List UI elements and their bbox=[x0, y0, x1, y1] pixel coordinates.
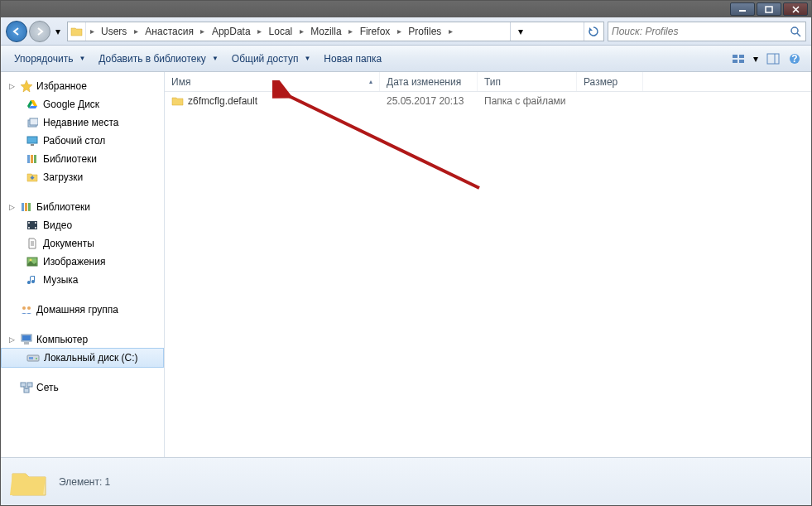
favorites-label: Избранное bbox=[36, 80, 87, 92]
desktop-icon bbox=[26, 134, 39, 147]
nav-item-label: Документы bbox=[43, 238, 94, 249]
chevron-down-icon: ▼ bbox=[212, 55, 219, 62]
svg-point-25 bbox=[35, 222, 36, 224]
navigation-pane: ▷Избранное Google Диск Недавние места Ра… bbox=[1, 72, 165, 457]
svg-point-39 bbox=[36, 358, 37, 359]
crumb-users[interactable]: Users bbox=[98, 22, 130, 41]
crumb-mozilla[interactable]: Mozilla bbox=[307, 22, 344, 41]
include-library-button[interactable]: Добавить в библиотеку▼ bbox=[92, 51, 224, 67]
organize-button[interactable]: Упорядочить▼ bbox=[7, 51, 92, 67]
sidebar-item-gdrive[interactable]: Google Диск bbox=[1, 95, 164, 113]
command-bar: Упорядочить▼ Добавить в библиотеку▼ Общи… bbox=[1, 46, 811, 72]
sidebar-item-desktop[interactable]: Рабочий стол bbox=[1, 132, 164, 150]
crumb-local[interactable]: Local bbox=[266, 22, 296, 41]
computer-label: Компьютер bbox=[36, 334, 88, 345]
nav-item-label: Библиотеки bbox=[43, 153, 97, 165]
folder-large-icon bbox=[9, 462, 49, 502]
nav-bar: ▾ ▸ Users▸ Анастасия▸ AppData▸ Local▸ Mo… bbox=[1, 17, 811, 46]
expand-icon[interactable]: ▷ bbox=[7, 203, 17, 212]
list-item[interactable]: z6fmcflg.default 25.05.2017 20:13 Папка … bbox=[165, 92, 811, 110]
svg-text:?: ? bbox=[791, 53, 797, 65]
svg-point-23 bbox=[28, 222, 30, 224]
nav-item-label: Локальный диск (C:) bbox=[44, 352, 138, 364]
sidebar-item-libraries-fav[interactable]: Библиотеки bbox=[1, 150, 164, 168]
help-button[interactable]: ? bbox=[785, 50, 805, 68]
column-name[interactable]: Имя bbox=[165, 72, 380, 91]
crumb-sep-icon[interactable]: ▸ bbox=[444, 22, 456, 41]
details-pane: Элемент: 1 bbox=[1, 457, 811, 505]
expand-icon[interactable]: ▷ bbox=[7, 335, 17, 345]
search-input[interactable] bbox=[612, 26, 789, 37]
svg-rect-15 bbox=[31, 144, 34, 146]
sidebar-item-downloads[interactable]: Загрузки bbox=[1, 168, 164, 186]
svg-rect-17 bbox=[31, 155, 33, 163]
computer-header[interactable]: ▷Компьютер bbox=[1, 330, 164, 349]
nav-item-label: Недавние места bbox=[43, 117, 118, 128]
sidebar-item-local-disk-c[interactable]: Локальный диск (C:) bbox=[1, 348, 164, 368]
view-dropdown[interactable]: ▾ bbox=[750, 50, 762, 68]
titlebar bbox=[1, 1, 811, 17]
column-size[interactable]: Размер bbox=[577, 72, 643, 91]
view-button[interactable] bbox=[728, 50, 748, 68]
refresh-button[interactable] bbox=[584, 22, 603, 41]
crumb-appdata[interactable]: AppData bbox=[209, 22, 254, 41]
network-label: Сеть bbox=[36, 382, 59, 393]
svg-rect-7 bbox=[739, 60, 744, 63]
column-date[interactable]: Дата изменения bbox=[380, 72, 478, 91]
column-headers: Имя Дата изменения Тип Размер bbox=[165, 72, 811, 92]
crumb-user[interactable]: Анастасия bbox=[142, 22, 197, 41]
search-icon[interactable] bbox=[789, 25, 802, 38]
svg-line-3 bbox=[797, 33, 800, 36]
svg-point-2 bbox=[791, 27, 798, 34]
column-type[interactable]: Тип bbox=[478, 72, 577, 91]
addr-dropdown-button[interactable]: ▾ bbox=[510, 22, 530, 41]
sidebar-item-videos[interactable]: Видео bbox=[1, 216, 164, 234]
folder-icon bbox=[171, 94, 185, 108]
recent-dropdown[interactable]: ▾ bbox=[52, 23, 64, 40]
sidebar-item-pictures[interactable]: Изображения bbox=[1, 253, 164, 271]
organize-label: Упорядочить bbox=[14, 53, 73, 65]
network-header[interactable]: ▷Сеть bbox=[1, 378, 164, 397]
libraries-label: Библиотеки bbox=[36, 201, 90, 213]
file-list[interactable]: z6fmcflg.default 25.05.2017 20:13 Папка … bbox=[165, 92, 811, 457]
crumb-sep-icon[interactable]: ▸ bbox=[130, 22, 142, 41]
preview-pane-button[interactable] bbox=[763, 50, 783, 68]
svg-rect-21 bbox=[28, 203, 31, 211]
svg-rect-40 bbox=[21, 383, 26, 387]
explorer-window: ▾ ▸ Users▸ Анастасия▸ AppData▸ Local▸ Mo… bbox=[0, 0, 812, 506]
drive-icon bbox=[26, 351, 40, 364]
svg-rect-16 bbox=[27, 155, 30, 163]
file-date: 25.05.2017 20:13 bbox=[380, 95, 478, 107]
search-box[interactable] bbox=[608, 22, 806, 41]
homegroup-header[interactable]: ▷Домашняя группа bbox=[1, 301, 164, 319]
favorites-header[interactable]: ▷Избранное bbox=[1, 77, 164, 95]
folder-root-icon[interactable] bbox=[68, 22, 86, 41]
sidebar-item-documents[interactable]: Документы bbox=[1, 234, 164, 253]
crumb-sep-icon[interactable]: ▸ bbox=[393, 22, 405, 41]
file-type: Папка с файлами bbox=[478, 95, 577, 107]
chevron-down-icon: ▼ bbox=[304, 55, 310, 62]
address-bar[interactable]: ▸ Users▸ Анастасия▸ AppData▸ Local▸ Mozi… bbox=[67, 22, 604, 41]
picture-icon bbox=[26, 255, 39, 268]
crumb-sep-icon[interactable]: ▸ bbox=[345, 22, 357, 41]
crumb-sep-icon[interactable]: ▸ bbox=[254, 22, 266, 41]
share-button[interactable]: Общий доступ▼ bbox=[225, 51, 318, 67]
back-button[interactable] bbox=[6, 21, 27, 42]
maximize-button[interactable] bbox=[757, 2, 781, 16]
libraries-header[interactable]: ▷Библиотеки bbox=[1, 198, 164, 216]
computer-icon bbox=[20, 333, 33, 346]
expand-icon[interactable]: ▷ bbox=[7, 82, 17, 91]
svg-rect-38 bbox=[29, 357, 33, 359]
minimize-button[interactable] bbox=[730, 2, 755, 16]
close-button[interactable] bbox=[783, 2, 808, 16]
crumb-sep-icon[interactable]: ▸ bbox=[295, 22, 307, 41]
libraries-icon bbox=[20, 200, 33, 214]
new-folder-button[interactable]: Новая папка bbox=[317, 51, 388, 67]
sidebar-item-recent[interactable]: Недавние места bbox=[1, 113, 164, 132]
crumb-firefox[interactable]: Firefox bbox=[357, 22, 394, 41]
crumb-profiles[interactable]: Profiles bbox=[405, 22, 444, 41]
sidebar-item-music[interactable]: Музыка bbox=[1, 271, 164, 289]
crumb-sep-icon[interactable]: ▸ bbox=[197, 22, 209, 41]
forward-button[interactable] bbox=[29, 21, 50, 42]
crumb-sep-icon[interactable]: ▸ bbox=[86, 22, 98, 41]
